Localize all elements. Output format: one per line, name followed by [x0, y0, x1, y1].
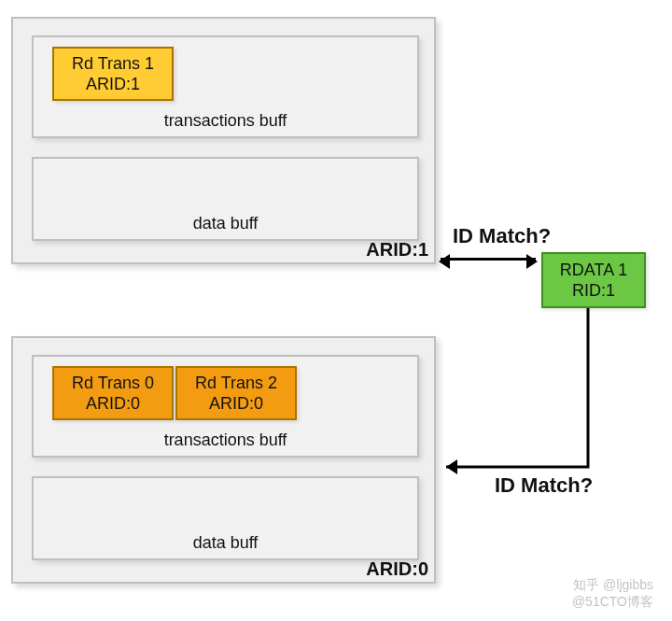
- rdata-line2: RID:1: [543, 280, 644, 302]
- trans-buff-1: Rd Trans 1 ARID:1 transactions buff: [32, 35, 419, 138]
- arid-label-2: ARID:0: [366, 558, 428, 580]
- trans-line2: ARID:0: [177, 393, 295, 415]
- arid-label-1: ARID:1: [366, 239, 428, 261]
- watermark-line2: @51CTO博客: [572, 593, 653, 610]
- trans-box-rd0: Rd Trans 0 ARID:0: [52, 366, 174, 420]
- trans-line1: Rd Trans 2: [177, 373, 295, 394]
- data-buff-label: data buff: [34, 533, 417, 553]
- trans-line1: Rd Trans 1: [54, 53, 172, 75]
- trans-line2: ARID:1: [54, 74, 172, 95]
- trans-buff-2: Rd Trans 0 ARID:0 Rd Trans 2 ARID:0 tran…: [32, 355, 419, 458]
- svg-marker-0: [446, 459, 457, 474]
- trans-box-rd1: Rd Trans 1 ARID:1: [52, 47, 174, 101]
- rdata-box: RDATA 1 RID:1: [541, 252, 646, 308]
- trans-buff-label: transactions buff: [34, 111, 417, 131]
- group-arid0: Rd Trans 0 ARID:0 Rd Trans 2 ARID:0 tran…: [11, 336, 436, 584]
- trans-line1: Rd Trans 0: [54, 373, 172, 394]
- watermark-line1: 知乎 @ljgibbs: [572, 576, 653, 593]
- watermark: 知乎 @ljgibbs @51CTO博客: [572, 576, 653, 610]
- rdata-line1: RDATA 1: [543, 260, 644, 281]
- data-buff-2: data buff: [32, 476, 419, 560]
- group-arid1: Rd Trans 1 ARID:1 transactions buff data…: [11, 17, 436, 264]
- trans-box-rd2: Rd Trans 2 ARID:0: [175, 366, 297, 420]
- id-match-connector-top: [441, 258, 536, 261]
- trans-line2: ARID:0: [54, 393, 172, 415]
- id-match-label-top: ID Match?: [453, 224, 551, 248]
- data-buff-1: data buff: [32, 157, 419, 241]
- id-match-label-bottom: ID Match?: [495, 473, 593, 498]
- data-buff-label: data buff: [34, 214, 417, 233]
- trans-buff-label: transactions buff: [34, 430, 417, 450]
